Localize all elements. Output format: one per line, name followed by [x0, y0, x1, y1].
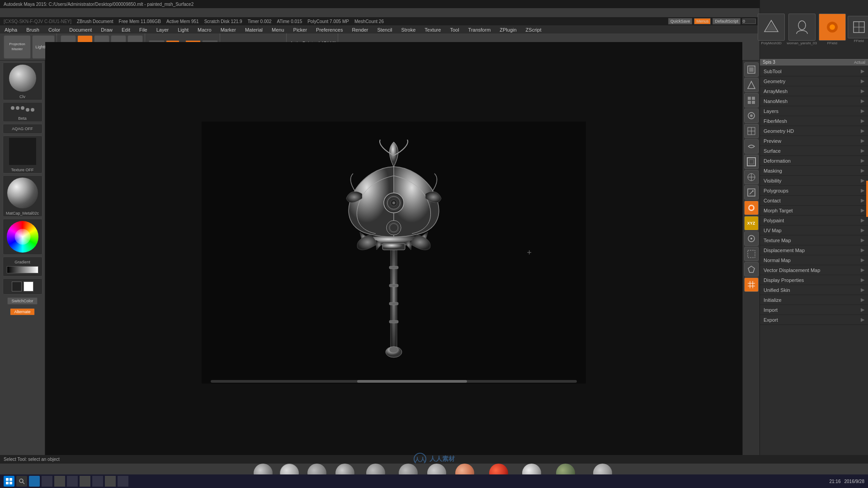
taskbar-app3[interactable]	[67, 476, 78, 487]
menu-normal-map[interactable]: Normal Map ▶	[760, 255, 868, 265]
menu-uv-map[interactable]: UV Map ▶	[760, 225, 868, 235]
switch-color-btn[interactable]: SwitchColor	[7, 297, 37, 305]
menu-geometry[interactable]: Geometry ▶	[760, 76, 868, 86]
menu-surface[interactable]: Surface ▶	[760, 146, 868, 156]
scale-icon-btn[interactable]	[744, 185, 759, 200]
svg-point-49	[830, 24, 835, 30]
menu-stencil[interactable]: Stencil	[376, 26, 394, 33]
menu-preview[interactable]: Preview ▶	[760, 136, 868, 146]
aahat-icon-btn[interactable]	[744, 108, 759, 123]
menu-fibermesh[interactable]: FiberMesh ▶	[760, 116, 868, 126]
menu-deformation[interactable]: Deformation ▶	[760, 156, 868, 166]
menu-vector-displacement-map[interactable]: Vector Displacement Map ▶	[760, 265, 868, 275]
menu-draw[interactable]: Draw	[99, 26, 114, 33]
menu-bar: Alpha Brush Color Document Draw Edit Fil…	[0, 25, 868, 34]
menu-nanomesh[interactable]: NanoMesh ▶	[760, 96, 868, 106]
menu-export[interactable]: Export ▶	[760, 315, 868, 325]
xyz-icon-btn[interactable]: XYZ	[744, 216, 759, 230]
menu-zscript[interactable]: ZScript	[524, 26, 543, 33]
menu-light[interactable]: Light	[176, 26, 190, 33]
subtool-icon-btn[interactable]	[744, 62, 759, 77]
taskbar-app6[interactable]	[105, 476, 116, 487]
menu-displacement-map[interactable]: Displacement Map ▶	[760, 245, 868, 255]
menu-layer[interactable]: Layer	[155, 26, 171, 33]
projection-master-btn[interactable]: Projection Master	[4, 35, 31, 59]
menu-geometry-hd[interactable]: Geometry HD ▶	[760, 126, 868, 136]
thumb-polymesh[interactable]	[758, 14, 785, 41]
menu-marker[interactable]: Marker	[219, 26, 238, 33]
menu-visibility[interactable]: Visibility ▶	[760, 176, 868, 186]
menu-import[interactable]: Import ▶	[760, 305, 868, 315]
menu-layers[interactable]: Layers ▶	[760, 106, 868, 116]
perfo-icon-btn[interactable]	[744, 124, 759, 138]
taskbar-app7[interactable]	[118, 476, 128, 487]
canvas-area[interactable]: +	[45, 42, 742, 463]
transp-icon-btn[interactable]	[744, 247, 759, 261]
menu-zplugin[interactable]: ZPlugin	[498, 26, 518, 33]
menu-edit[interactable]: Edit	[120, 26, 132, 33]
grove-icon-btn[interactable]	[744, 170, 759, 184]
polyf-icon-btn[interactable]	[744, 262, 759, 277]
menu-document[interactable]: Document	[67, 26, 94, 33]
menu-stroke[interactable]: Stroke	[400, 26, 418, 33]
menu-preferences[interactable]: Preferences	[314, 26, 344, 33]
alternate-btn[interactable]: Alternate	[10, 308, 34, 315]
menu-transform[interactable]: Transform	[467, 26, 493, 33]
taskbar-app1[interactable]	[42, 476, 52, 487]
menu-polypaint[interactable]: Polypaint ▶	[760, 216, 868, 225]
import-arrow: ▶	[861, 307, 864, 313]
material-sphere[interactable]	[9, 65, 36, 92]
menu-picker[interactable]: Picker	[292, 26, 309, 33]
geometry-icon-btn[interactable]	[744, 78, 759, 92]
menu-color[interactable]: Color	[47, 26, 62, 33]
arraymesh-icon-btn[interactable]	[744, 93, 759, 108]
menu-texture-map[interactable]: Texture Map ▶	[760, 235, 868, 245]
menu-alpha[interactable]: Alpha	[3, 26, 19, 33]
menu-file[interactable]: File	[137, 26, 149, 33]
taskbar-app2[interactable]	[54, 476, 65, 487]
canvas-scrollbar[interactable]	[211, 380, 577, 383]
menu-arraymesh[interactable]: ArrayMesh ▶	[760, 86, 868, 96]
polypaint-icon-btn[interactable]	[744, 201, 759, 215]
gradient-bar[interactable]	[7, 266, 38, 273]
quicksave-btn[interactable]: QuickSave	[668, 18, 693, 24]
menu-contact[interactable]: Contact ▶	[760, 196, 868, 206]
matcap-sphere[interactable]	[7, 178, 38, 208]
frame-icon-btn[interactable]	[744, 155, 759, 169]
menu-render[interactable]: Render	[350, 26, 370, 33]
menu-masking[interactable]: Masking ▶	[760, 166, 868, 176]
contact-icon-btn[interactable]	[744, 231, 759, 246]
menu-display-properties[interactable]: Display Properties ▶	[760, 275, 868, 285]
menu-subtool[interactable]: SubTool ▶	[760, 66, 868, 76]
menu-polygroups[interactable]: Polygroups ▶	[760, 186, 868, 196]
menu-tool[interactable]: Tool	[448, 26, 461, 33]
taskbar-app5[interactable]	[92, 476, 103, 487]
taskbar-search[interactable]	[16, 476, 27, 487]
defaultscript-btn[interactable]: DefaultScript	[712, 18, 741, 24]
menu-unified-skin[interactable]: Unified Skin ▶	[760, 285, 868, 295]
thumb-fallback[interactable]	[848, 16, 868, 38]
menu-initialize[interactable]: Initialize ▶	[760, 295, 868, 305]
menu-macro[interactable]: Macro	[196, 26, 213, 33]
white-swatch[interactable]	[24, 282, 33, 291]
flow-icon-btn[interactable]	[744, 139, 759, 154]
thumb-ffield[interactable]	[819, 14, 846, 41]
taskbar-app4[interactable]	[80, 476, 90, 487]
menu-material[interactable]: Material	[243, 26, 264, 33]
start-button[interactable]	[4, 476, 14, 487]
menu-texture[interactable]: Texture	[423, 26, 443, 33]
menu-brush[interactable]: Brush	[24, 26, 41, 33]
aqag-label: AQAG OFF	[5, 126, 41, 132]
info-free-mem: Free Mem 11.086GB	[119, 19, 161, 24]
taskbar-ie[interactable]	[29, 476, 40, 487]
quicksave-input[interactable]	[742, 19, 756, 24]
menu-morph-target[interactable]: Morph Target ▶	[760, 206, 868, 216]
black-swatch[interactable]	[12, 282, 22, 291]
menus-btn[interactable]: Menus	[694, 18, 711, 24]
thumb-mesh-user[interactable]	[788, 14, 816, 41]
grid-icon-btn[interactable]	[744, 277, 759, 292]
brush-dots[interactable]	[3, 104, 42, 113]
texture-preview[interactable]	[9, 138, 36, 165]
menu-menu[interactable]: Menu	[270, 26, 286, 33]
color-wheel[interactable]	[7, 221, 38, 253]
